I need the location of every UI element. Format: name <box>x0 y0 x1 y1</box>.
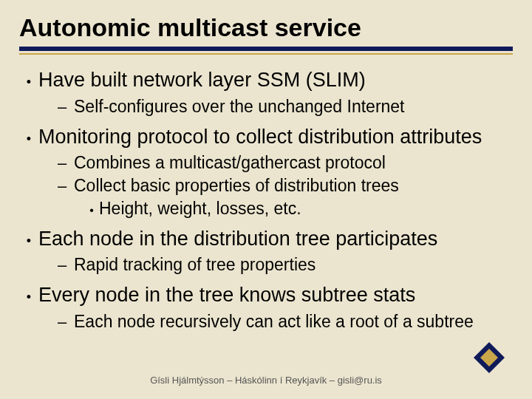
list-item: – Collect basic properties of distributi… <box>58 175 513 219</box>
list-item: • Height, weight, losses, etc. <box>84 198 513 219</box>
slide-title: Autonomic multicast service <box>19 13 513 42</box>
subbullet-text: Rapid tracking of tree properties <box>74 254 316 276</box>
dash-icon: – <box>58 313 74 332</box>
list-item: – Self-configures over the unchanged Int… <box>58 96 513 117</box>
bullet-text: Monitoring protocol to collect distribut… <box>38 125 482 150</box>
subbullet-text: Collect basic properties of distribution… <box>74 175 399 197</box>
title-rule-thin <box>19 53 513 55</box>
list-item: – Rapid tracking of tree properties <box>58 254 513 276</box>
logo-icon <box>473 341 505 374</box>
title-rule-thick <box>19 47 513 51</box>
bullet-icon: • <box>84 204 99 217</box>
list-item: – Each node recursively can act like a r… <box>58 311 513 332</box>
subsubbullet-text: Height, weight, losses, etc. <box>99 198 301 219</box>
subbullet-text: Self-configures over the unchanged Inter… <box>74 96 405 117</box>
footer-text: Gísli Hjálmtýsson – Háskólinn í Reykjaví… <box>0 375 532 386</box>
list-item: – Combines a multicast/gathercast protoc… <box>58 152 513 174</box>
dash-icon: – <box>58 154 74 173</box>
slide: Autonomic multicast service • Have built… <box>0 0 532 399</box>
bullet-text: Each node in the distribution tree parti… <box>38 227 437 252</box>
list-item: • Have built network layer SSM (SLIM) – … <box>19 68 513 117</box>
dash-icon: – <box>58 177 74 196</box>
list-item: • Monitoring protocol to collect distrib… <box>19 125 513 219</box>
bullet-text: Have built network layer SSM (SLIM) <box>38 68 366 93</box>
subbullet-text: Combines a multicast/gathercast protocol <box>74 152 386 174</box>
bullet-icon: • <box>19 75 38 90</box>
list-item: • Each node in the distribution tree par… <box>19 227 513 276</box>
dash-icon: – <box>58 256 74 275</box>
bullet-text: Every node in the tree knows subtree sta… <box>38 283 415 308</box>
bullet-icon: • <box>19 290 38 305</box>
dash-icon: – <box>58 98 74 117</box>
subbullet-text: Each node recursively can act like a roo… <box>74 311 474 332</box>
list-item: • Every node in the tree knows subtree s… <box>19 283 513 332</box>
bullet-icon: • <box>19 233 38 249</box>
bullet-icon: • <box>19 132 38 147</box>
bullet-list: • Have built network layer SSM (SLIM) – … <box>19 68 513 332</box>
